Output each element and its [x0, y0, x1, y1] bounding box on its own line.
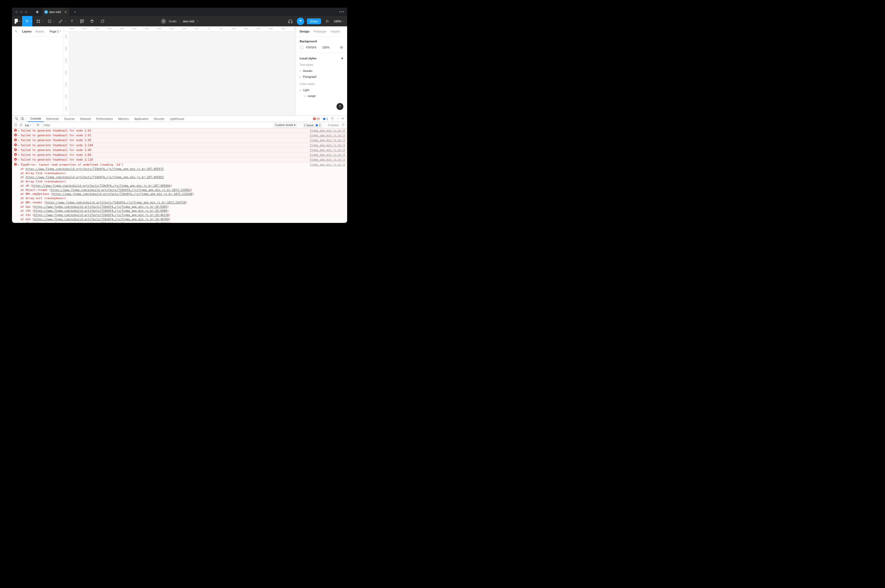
shape-tool[interactable] — [45, 16, 55, 26]
stack-source-link[interactable]: https://www.figma.com/esbuild-artifacts/… — [26, 167, 164, 170]
expand-icon[interactable]: ▸ — [18, 143, 21, 147]
error-count-badge[interactable]: 23 — [313, 117, 320, 120]
prototype-tab[interactable]: Prototype — [314, 30, 326, 33]
new-tab-button[interactable]: ＋ — [71, 10, 79, 14]
overflow-menu-icon[interactable]: ••• — [339, 10, 344, 14]
live-expression-icon[interactable] — [36, 123, 40, 127]
breadcrumb-file[interactable]: dsm init2 — [183, 20, 194, 23]
expand-icon[interactable]: ▸ — [18, 134, 21, 137]
context-selector[interactable]: top ▾ — [25, 123, 32, 128]
audio-button[interactable] — [287, 18, 294, 25]
chevron-down-icon[interactable]: ▾ — [197, 20, 198, 22]
stack-source-link[interactable]: https://www.figma.com/esbuild-artifacts/… — [34, 205, 167, 208]
error-source[interactable]: figma_app.min.js.br:5 — [310, 138, 345, 142]
shape-tool-chevron[interactable]: ▾ — [54, 16, 56, 26]
window-controls[interactable] — [15, 10, 27, 14]
error-source[interactable]: figma_app.min.js.br:5 — [310, 134, 345, 137]
breadcrumb-folder[interactable]: Drafts — [169, 20, 177, 23]
devtools-tab-network[interactable]: Network — [78, 116, 93, 122]
text-style-header[interactable]: ▸ Header — [300, 68, 343, 74]
console-error-line[interactable]: ▸failed to generate thumbnail for node 1… — [12, 138, 347, 143]
devtools-tab-security[interactable]: Security — [151, 116, 167, 122]
move-tool[interactable] — [22, 16, 32, 26]
close-tab-icon[interactable]: ✕ — [64, 10, 67, 14]
pen-tool[interactable] — [56, 16, 66, 26]
add-style-button[interactable]: + — [341, 56, 343, 60]
share-button[interactable]: Share — [307, 18, 321, 24]
present-button[interactable] — [324, 18, 331, 25]
console-error-line[interactable]: ▸failed to generate thumbnail for node 1… — [12, 148, 347, 153]
help-button[interactable]: ? — [337, 103, 343, 110]
console-sidebar-icon[interactable] — [14, 123, 17, 127]
comment-tool[interactable] — [97, 16, 107, 26]
text-style-paragraph[interactable]: ▸ Paragraph — [300, 74, 343, 80]
error-source[interactable]: figma_app.min.js.br:5 — [310, 148, 345, 152]
background-opacity-value[interactable]: 100% — [322, 46, 329, 49]
stack-source-link[interactable]: https://www.figma.com/esbuild-artifacts/… — [34, 213, 169, 216]
color-swatch[interactable] — [300, 45, 304, 49]
console-error-line[interactable]: ▸failed to generate thumbnail for node 1… — [12, 143, 347, 148]
close-window-icon[interactable] — [15, 10, 18, 14]
zoom-window-icon[interactable] — [25, 10, 27, 14]
stack-source-link[interactable]: https://www.figma.com/esbuild-artifacts/… — [51, 188, 191, 192]
device-toolbar-icon[interactable] — [20, 117, 25, 121]
page-selector[interactable]: Page 1 ▾ — [50, 30, 61, 33]
stack-source-link[interactable]: https://www.figma.com/esbuild-artifacts/… — [26, 176, 164, 179]
expand-icon[interactable]: ▸ — [18, 148, 21, 152]
error-source[interactable]: figma_app.min.js.br:5 — [310, 143, 345, 147]
stack-source-link[interactable]: https://www.figma.com/esbuild-artifacts/… — [34, 209, 167, 212]
devtools-tab-console[interactable]: Console — [28, 116, 44, 122]
stack-source-link[interactable]: https://www.figma.com/esbuild-artifacts/… — [34, 222, 169, 223]
console-error-expanded[interactable]: ▸TypeError: Cannot read properties of un… — [12, 162, 347, 167]
error-source[interactable]: figma_app.min.js.br:5 — [310, 129, 345, 133]
log-levels-selector[interactable]: Custom levels ▾ — [273, 123, 297, 127]
multiplayer-avatar[interactable] — [297, 18, 304, 25]
devtools-more-icon[interactable]: ⋮ — [337, 117, 340, 120]
collapse-icon[interactable]: ▸ — [18, 163, 21, 167]
frame-tool-chevron[interactable]: ▾ — [42, 16, 45, 26]
resources-tool[interactable] — [77, 16, 87, 26]
stack-source-link[interactable]: https://www.figma.com/esbuild-artifacts/… — [32, 184, 170, 187]
expand-icon[interactable]: ▸ — [18, 129, 21, 133]
layers-tab[interactable]: Layers — [22, 30, 32, 33]
devtools-tab-elements[interactable]: Elements — [44, 116, 61, 122]
color-group-usage[interactable]: ▸ usage — [300, 93, 343, 99]
stack-source-link[interactable]: https://www.figma.com/esbuild-artifacts/… — [34, 218, 169, 221]
frame-tool[interactable] — [33, 16, 44, 26]
issues-badge[interactable]: 1 Issue: 1 — [303, 123, 322, 127]
zoom-control[interactable]: 100% ▾ — [334, 20, 343, 23]
devtools-settings-icon[interactable] — [331, 117, 334, 121]
pen-tool-chevron[interactable]: ▾ — [65, 16, 67, 26]
assets-tab[interactable]: Assets — [35, 30, 44, 33]
hand-tool[interactable] — [87, 16, 97, 26]
devtools-close-icon[interactable]: ✕ — [341, 117, 344, 120]
hidden-messages[interactable]: 3 hidden — [328, 124, 339, 127]
text-tool[interactable] — [67, 16, 77, 26]
devtools-tab-application[interactable]: Application — [132, 116, 151, 122]
inspect-tab[interactable]: Inspect — [331, 30, 340, 33]
expand-icon[interactable]: ▸ — [18, 153, 21, 157]
background-color-value[interactable]: F5F5F5 — [306, 46, 317, 49]
console-error-line[interactable]: ▸failed to generate thumbnail for node 1… — [12, 128, 347, 133]
error-source[interactable]: figma_app.min.js.br:5 — [310, 163, 345, 167]
user-avatar[interactable]: B — [161, 19, 166, 24]
console-body[interactable]: ▸failed to generate thumbnail for node 1… — [12, 128, 347, 223]
devtools-tab-sources[interactable]: Sources — [61, 116, 77, 122]
console-error-line[interactable]: ▸failed to generate thumbnail for node 1… — [12, 133, 347, 138]
console-settings-icon[interactable] — [341, 123, 345, 127]
clear-console-icon[interactable] — [20, 123, 23, 127]
inspect-element-icon[interactable] — [14, 117, 20, 121]
expand-icon[interactable]: ▸ — [18, 138, 21, 142]
file-tab[interactable]: dsm init2 ✕ — [42, 8, 69, 16]
figma-menu-button[interactable]: ▾ — [12, 16, 22, 26]
devtools-tab-memory[interactable]: Memory — [116, 116, 132, 122]
canvas[interactable]: -550-500-450-400-350-300-250-200-150-100… — [64, 26, 296, 115]
devtools-tab-lighthouse[interactable]: Lighthouse — [167, 116, 187, 122]
move-tool-chevron[interactable]: ▾ — [31, 16, 33, 26]
background-row[interactable]: F5F5F5 100% — [300, 45, 343, 49]
color-group-light[interactable]: ▾ Light — [300, 87, 343, 93]
home-tab[interactable] — [32, 10, 42, 14]
console-filter-input[interactable] — [42, 123, 272, 128]
expand-icon[interactable]: ▸ — [18, 158, 21, 162]
error-source[interactable]: figma_app.min.js.br:5 — [310, 153, 345, 157]
